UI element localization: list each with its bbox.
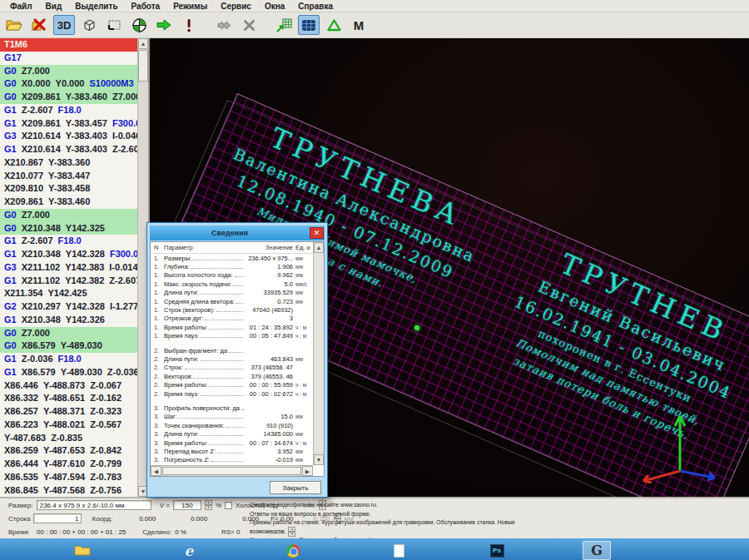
gcode-list[interactable]: T1M6G17G0Z7.000G0X0.000Y0.000S10000M3G0X…: [0, 38, 137, 497]
col-n: N: [151, 244, 164, 251]
dialog-scroll-up-icon[interactable]: ▲: [314, 242, 324, 253]
menu-item-3[interactable]: Работа: [125, 2, 167, 11]
gcode-line[interactable]: G0Z7.000: [0, 327, 137, 340]
view-3d-button[interactable]: 3D: [53, 15, 75, 35]
size-field[interactable]: 236.4 x 975.9 x 2.6/-10.0 мм: [37, 500, 151, 510]
m-command-button[interactable]: M: [348, 15, 370, 35]
gcode-line[interactable]: G1Z-0.036F18.0: [0, 353, 137, 366]
open-folder-icon: [6, 18, 22, 32]
gcode-line[interactable]: X210.867Y-383.360: [0, 156, 137, 170]
gcode-line[interactable]: G0X0.000Y0.000S10000M3: [0, 77, 137, 91]
info-row: 3.Точек сканирования:910 (910): [151, 421, 313, 429]
gcode-panel: T1M6G17G0Z7.000G0X0.000Y0.000S10000M3G0X…: [0, 38, 150, 497]
gcode-line[interactable]: G3X210.614Y-383.403I-0.046: [0, 130, 137, 143]
scroll-thumb[interactable]: [138, 50, 148, 82]
gcode-line[interactable]: G1Z-2.607F18.0: [0, 104, 137, 117]
gcode-line[interactable]: G1X210.614Y-383.403Z-2.607: [0, 143, 137, 156]
gcode-line[interactable]: G1Z-2.607F18.0: [0, 235, 137, 248]
gcode-line[interactable]: T1M6: [0, 38, 137, 52]
set-origin-button[interactable]: [128, 15, 150, 35]
open-file-button[interactable]: [3, 15, 25, 35]
gcode-line[interactable]: G0X210.348Y142.325: [0, 222, 137, 235]
view-model-button[interactable]: [78, 15, 100, 35]
gcode-line[interactable]: G1X210.348Y142.328F300.0: [0, 248, 137, 261]
gcode-line[interactable]: G1X86.579Y-489.030Z-0.036: [0, 366, 137, 379]
info-row: 3.Длина пути:14385.000мм: [151, 429, 313, 438]
close-icon[interactable]: ✕: [310, 227, 324, 239]
gcode-line[interactable]: G1X211.102Y142.382Z-2.607: [0, 275, 137, 288]
taskbar-engraver-app-icon[interactable]: G: [583, 541, 611, 560]
select-region-button[interactable]: [103, 15, 125, 35]
gcode-line[interactable]: G3X211.102Y142.383I-0.014: [0, 261, 137, 275]
info-row: 2.Строк:373 (46558. 47: [151, 364, 313, 372]
gcode-line[interactable]: X86.259Y-487.653Z-0.842: [0, 444, 137, 458]
gcode-line[interactable]: X210.077Y-383.447: [0, 170, 137, 183]
taskbar-ie-icon[interactable]: e: [175, 541, 203, 560]
gcode-line[interactable]: Y-487.683Z-0.835: [0, 432, 137, 445]
gcode-line[interactable]: G0Z7.000: [0, 65, 137, 78]
menu-item-1[interactable]: Вид: [39, 2, 69, 11]
close-dialog-button[interactable]: Закрыть: [270, 481, 321, 494]
gcode-line[interactable]: G1X209.861Y-383.457F300.0: [0, 117, 137, 131]
gcode-line[interactable]: X209.861Y-383.460: [0, 196, 137, 209]
gcode-line[interactable]: X86.223Y-488.021Z-0.567: [0, 419, 137, 432]
info-row: 2.Время пауз:00 : 00 : 02.672ч : м: [151, 389, 313, 398]
start-job-button[interactable]: [153, 15, 175, 35]
gcode-line[interactable]: G1X210.348Y142.326: [0, 314, 137, 327]
dialog-vscrollbar[interactable]: ▲ ▼: [313, 242, 324, 465]
menu-bar: ФайлВидВыделитьРаботаРежимыСервисОкнаСпр…: [0, 0, 749, 12]
info-row: 1.Глубина:1.906мм: [151, 262, 313, 270]
gcode-line[interactable]: X86.332Y-488.651Z-0.162: [0, 392, 137, 405]
gcode-line[interactable]: G0X86.579Y-489.030: [0, 339, 137, 353]
gcode-line[interactable]: X86.444Y-487.610Z-0.799: [0, 458, 137, 471]
dialog-scroll-left-icon[interactable]: ◀: [151, 466, 161, 476]
gcode-line[interactable]: X211.354Y142.425: [0, 287, 137, 300]
dialog-hscrollbar[interactable]: ◀ ▶: [151, 465, 313, 476]
dialog-scroll-down-icon[interactable]: ▼: [314, 454, 324, 465]
menu-item-4[interactable]: Режимы: [166, 2, 214, 11]
menu-item-5[interactable]: Сервис: [214, 2, 258, 11]
pause-alert-button[interactable]: [178, 15, 200, 35]
region-icon: [107, 19, 122, 32]
taskbar-photoshop-icon[interactable]: Ps: [483, 541, 511, 560]
taskbar-folder-icon[interactable]: [68, 541, 97, 560]
gcode-line[interactable]: G2X210.297Y142.328I-1.277: [0, 300, 137, 314]
gcode-line[interactable]: X209.810Y-383.458: [0, 182, 137, 196]
speed-spinner[interactable]: ▲▼: [205, 500, 212, 510]
menu-item-7[interactable]: Справка: [291, 2, 340, 11]
menu-item-6[interactable]: Окна: [258, 2, 291, 11]
grid-view-button[interactable]: [298, 15, 320, 35]
taskbar-document-icon[interactable]: [384, 541, 413, 560]
gcode-line[interactable]: G0Z7.000: [0, 209, 137, 222]
step-forward-button[interactable]: [213, 15, 235, 35]
info-line-1: Смотрите видеофильмы на сайте www.sauno.…: [250, 501, 524, 510]
gcode-line[interactable]: G17: [0, 52, 137, 65]
menu-item-0[interactable]: Файл: [3, 2, 39, 11]
export-grid-button[interactable]: [273, 15, 295, 35]
m-icon: M: [354, 18, 365, 32]
info-line-3: Приемы работы на станке. Курс ретуши изо…: [250, 518, 524, 536]
gcode-line[interactable]: G0X209.861Y-383.460Z7.000: [0, 91, 137, 104]
close-file-button[interactable]: [28, 15, 50, 35]
dialog-scroll-right-icon[interactable]: ▶: [302, 466, 313, 476]
info-row: 2.Выбран фрагмент: да: [151, 346, 313, 354]
dialog-titlebar[interactable]: Сведения ✕: [150, 225, 325, 240]
taskbar: e Ps G: [0, 538, 749, 560]
cancel-job-button[interactable]: [238, 15, 260, 35]
speed-field[interactable]: 150: [173, 500, 201, 510]
info-row: 1.Время пауз:00 : 05 : 47.849ч : м: [151, 332, 313, 340]
refresh-button[interactable]: [323, 15, 345, 35]
dialog-hscroll-thumb[interactable]: [162, 467, 301, 475]
gcode-line[interactable]: X86.446Y-488.873Z-0.067: [0, 379, 137, 393]
taskbar-chrome-icon[interactable]: [279, 541, 307, 560]
gcode-line[interactable]: X86.257Y-488.371Z-0.323: [0, 405, 137, 419]
idle-run-checkbox[interactable]: [225, 502, 232, 509]
menu-item-2[interactable]: Выделить: [68, 2, 124, 11]
info-row: 1.Средняя длина вектора:0.723мм: [151, 297, 313, 305]
gcode-line[interactable]: X86.535Y-487.594Z-0.783: [0, 471, 137, 484]
scroll-up-icon[interactable]: ▲: [138, 38, 148, 49]
grid-icon: [301, 19, 316, 32]
gcode-line[interactable]: X86.845Y-487.568Z-0.756: [0, 484, 137, 498]
info-row: 1.Длина пути:33935.529мм: [151, 289, 313, 297]
line-field[interactable]: 1: [33, 513, 82, 523]
